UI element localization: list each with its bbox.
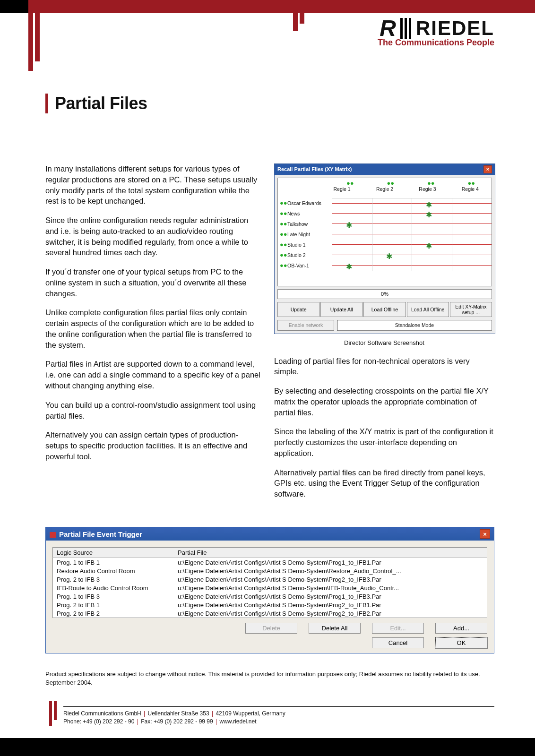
brand-r: R [380,17,396,40]
col-header-source[interactable]: Logic Source [53,548,174,558]
matrix-cell[interactable] [332,208,372,219]
header-bar [0,0,535,13]
body-para: Alternatively partial files can be fired… [274,467,494,499]
dialog-title: Recall Partial Files (XY Matrix) [277,166,352,173]
matrix-cell[interactable] [452,219,492,229]
col-header-file[interactable]: Partial File [174,548,487,558]
xy-matrix: ●●●●●●●● Regie 1 Regie 2 Regie 3 Regie 4… [277,178,492,286]
cancel-button[interactable]: Cancel [372,637,424,648]
load-all-offline-button[interactable]: Load All Offline [407,302,449,317]
matrix-cell[interactable] [452,208,492,219]
matrix-col-header: Regie 2 [363,186,406,192]
matrix-cell[interactable]: ✱ [332,219,372,229]
matrix-row-header: Studio 1 [287,241,332,248]
table-row[interactable]: Restore Audio Control Roomu:\Eigene Date… [53,567,487,575]
table-row[interactable]: Prog. 2 to IFB 2u:\Eigene Dateien\Artist… [53,609,487,618]
body-para: Since the online configuration needs reg… [45,215,261,258]
page-title: Partial Files [45,94,147,113]
brand-bars-icon [400,18,411,39]
update-button[interactable]: Update [277,302,319,317]
edit-button: Edit... [372,623,424,634]
matrix-row-header: Studio 2 [287,252,332,258]
matrix-cell[interactable] [412,260,452,271]
matrix-col-header: Regie 3 [406,186,449,192]
matrix-cell[interactable] [452,229,492,240]
matrix-row-header: News [287,210,332,217]
matrix-cell[interactable]: ✱ [412,240,452,250]
matrix-cell[interactable] [412,250,452,260]
table-row[interactable]: Prog. 1 to IFB 1u:\Eigene Dateien\Artist… [53,558,487,567]
edit-xy-button[interactable]: Edit XY-Matrix setup ... [450,302,492,317]
body-para: If you´d transfer one of your typical se… [45,266,261,299]
table-row[interactable]: Prog. 2 to IFB 3u:\Eigene Dateien\Artist… [53,575,487,584]
matrix-cell[interactable] [372,240,412,250]
matrix-cell[interactable]: ✱ [332,260,372,271]
brand-name: RIEDEL [416,17,494,40]
matrix-col-header: Regie 1 [320,186,363,192]
body-para: Since the labeling of the X/Y matrix is … [274,426,494,458]
disclaimer-text: Product specifications are subject to ch… [45,670,494,687]
body-para: Loading of partial files for non-technic… [274,356,494,378]
matrix-cell[interactable] [452,250,492,260]
brand-logo: R RIEDEL The Communications People [376,17,494,48]
matrix-row-header: OB-Van-1 [287,262,332,269]
matrix-col-header: Regie 4 [449,186,492,192]
matrix-cell[interactable] [452,198,492,209]
progress-bar: 0% [277,289,492,299]
matrix-cell[interactable] [452,240,492,250]
table-row[interactable]: Prog. 1 to IFB 3u:\Eigene Dateien\Artist… [53,592,487,601]
body-para: Alternatively you can assign certain typ… [45,430,261,462]
recall-partial-dialog: Recall Partial Files (XY Matrix) × ●●●●●… [274,163,495,334]
event-trigger-dialog: Partial File Event Trigger × Logic Sourc… [45,527,494,653]
close-icon[interactable]: × [483,165,492,173]
matrix-cell[interactable] [372,260,412,271]
app-icon [50,532,56,538]
matrix-cell[interactable] [412,219,452,229]
matrix-cell[interactable] [372,219,412,229]
matrix-cell[interactable]: ✱ [412,198,452,209]
load-offline-button[interactable]: Load Offline [363,302,406,317]
matrix-cell[interactable] [412,229,452,240]
page-footer: Riedel Communications GmbH | Uellendahle… [63,706,494,726]
matrix-cell[interactable]: ✱ [372,250,412,260]
delete-all-button[interactable]: Delete All [309,623,361,634]
ok-button[interactable]: OK [435,637,487,648]
decor-stripe-footer [54,701,58,726]
matrix-cell[interactable] [452,260,492,271]
footer-bar [0,738,535,756]
matrix-cell[interactable] [332,250,372,260]
screenshot-caption: Director Software Screenshot [274,339,494,347]
matrix-cell[interactable] [332,198,372,209]
brand-tagline: The Communications People [376,38,494,48]
matrix-cell[interactable] [332,229,372,240]
table-row[interactable]: Prog. 2 to IFB 1u:\Eigene Dateien\Artist… [53,601,487,609]
mode-indicator: Standalone Mode [337,320,492,330]
enable-network-button: Enable network [277,320,334,330]
decor-stripe-left [28,0,43,71]
update-all-button[interactable]: Update All [320,302,362,317]
body-para: Unlike complete configuration files part… [45,307,261,350]
body-para: You can build up a control-room/studio a… [45,400,261,421]
matrix-cell[interactable] [332,240,372,250]
matrix-cell[interactable] [372,208,412,219]
matrix-cell[interactable]: ✱ [412,208,452,219]
matrix-row-header: Talkshow [287,221,332,227]
matrix-cell[interactable] [372,229,412,240]
matrix-cell[interactable] [372,198,412,209]
dialog-title: Partial File Event Trigger [59,530,142,538]
body-para: In many installations different setups f… [45,163,261,206]
column-left: In many installations different setups f… [45,163,261,508]
body-para: Partial files in Artist are supported do… [45,359,261,391]
matrix-row-header: Oscar Edwards [287,200,332,206]
body-para: By selecting and deselecting crosspoints… [274,386,494,418]
delete-button: Delete [245,623,297,634]
decor-stripe-top [293,0,307,31]
close-icon[interactable]: × [480,529,490,539]
trigger-table[interactable]: Logic Source Partial File Prog. 1 to IFB… [52,547,487,618]
table-row[interactable]: IFB-Route to Audio Control Roomu:\Eigene… [53,584,487,592]
matrix-row-header: Late Night [287,231,332,238]
add-button[interactable]: Add... [435,623,487,634]
column-right: Recall Partial Files (XY Matrix) × ●●●●●… [274,163,494,508]
